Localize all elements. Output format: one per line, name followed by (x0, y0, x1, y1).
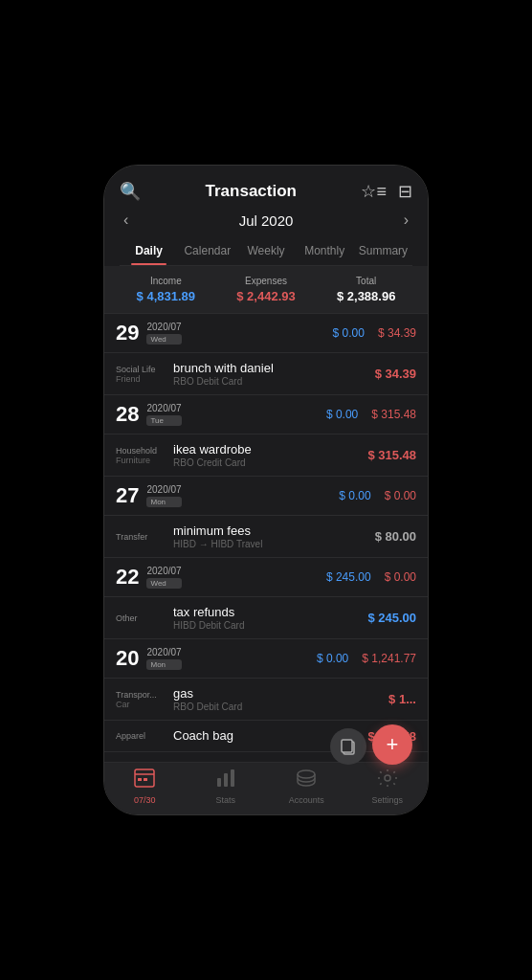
list-item[interactable]: Social Life Friend brunch with daniel RB… (104, 353, 428, 395)
tab-monthly[interactable]: Monthly (296, 236, 354, 265)
header-actions: ☆≡ ⊟ (361, 181, 412, 202)
tab-weekly[interactable]: Weekly (236, 236, 295, 265)
nav-label-accounts: Accounts (289, 795, 324, 805)
summary-expenses: Expenses $ 2,442.93 (216, 276, 317, 303)
nav-item-accounts[interactable]: Accounts (266, 768, 347, 805)
bottom-navigation: 07/30 Stats (104, 762, 428, 814)
svg-rect-5 (224, 773, 228, 787)
summary-income: Income $ 4,831.89 (116, 276, 216, 303)
day-header-29: 29 2020/07 Wed $ 0.00 $ 34.39 (104, 314, 428, 353)
month-nav: ‹ Jul 2020 › (120, 212, 412, 229)
list-item[interactable]: Transfer minimum fees HIBD → HIBD Travel… (104, 516, 428, 558)
star-filter-icon[interactable]: ☆≡ (361, 181, 387, 202)
settings-icon (377, 768, 398, 792)
svg-rect-4 (217, 778, 221, 787)
plus-icon: + (387, 732, 399, 757)
tab-calendar[interactable]: Calendar (178, 236, 236, 265)
list-item[interactable]: Household Furniture ikea wardrobe RBO Cr… (104, 434, 428, 477)
list-item[interactable]: Other tax refunds HIBD Debit Card $ 245.… (104, 597, 428, 639)
day-header-22: 22 2020/07 Wed $ 245.00 $ 0.00 (104, 558, 428, 597)
svg-rect-2 (138, 778, 142, 781)
add-transaction-button[interactable]: + (372, 724, 412, 765)
next-month-button[interactable]: › (404, 212, 409, 229)
svg-rect-10 (342, 740, 352, 752)
nav-item-settings[interactable]: Settings (347, 768, 429, 805)
view-tabs: Daily Calendar Weekly Monthly Summary (120, 236, 412, 266)
nav-item-transactions[interactable]: 07/30 (104, 768, 186, 805)
filter-icon[interactable]: ⊟ (398, 181, 412, 202)
day-header-20: 20 2020/07 Mon $ 0.00 $ 1,241.77 (104, 639, 428, 679)
svg-rect-6 (231, 769, 234, 787)
header: 🔍 Transaction ☆≡ ⊟ ‹ Jul 2020 › Daily Ca… (104, 166, 428, 266)
tab-summary[interactable]: Summary (354, 236, 412, 265)
prev-month-button[interactable]: ‹ (123, 212, 128, 229)
nav-label-transactions: 07/30 (134, 795, 156, 805)
tab-daily[interactable]: Daily (120, 236, 178, 265)
svg-rect-3 (144, 778, 147, 781)
nav-label-settings: Settings (371, 795, 403, 805)
list-item[interactable]: Transpor... Car gas RBO Debit Card $ 1..… (104, 679, 428, 721)
current-month: Jul 2020 (239, 212, 294, 229)
day-header-27: 27 2020/07 Mon $ 0.00 $ 0.00 (104, 477, 428, 516)
search-icon[interactable]: 🔍 (120, 181, 141, 202)
day-header-28: 28 2020/07 Tue $ 0.00 $ 315.48 (104, 395, 428, 434)
nav-item-stats[interactable]: Stats (186, 768, 267, 805)
page-title: Transaction (206, 182, 297, 201)
transactions-icon (134, 768, 155, 792)
summary-total: Total $ 2,388.96 (316, 276, 416, 303)
stats-icon (215, 768, 236, 792)
svg-point-7 (298, 770, 315, 778)
copy-button[interactable] (330, 728, 366, 765)
svg-point-8 (385, 775, 390, 781)
accounts-icon (296, 768, 317, 792)
summary-bar: Income $ 4,831.89 Expenses $ 2,442.93 To… (104, 266, 428, 314)
nav-label-stats: Stats (215, 795, 235, 805)
transaction-list: 29 2020/07 Wed $ 0.00 $ 34.39 Social Lif… (104, 314, 428, 762)
